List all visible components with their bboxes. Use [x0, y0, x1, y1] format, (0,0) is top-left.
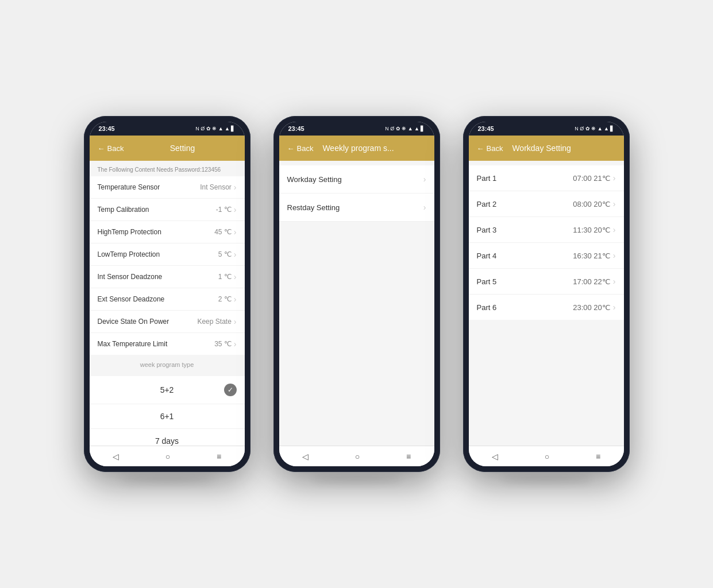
settings-label: Ext Sensor Deadzone	[98, 295, 165, 303]
settings-row[interactable]: LowTemp Protection 5 ℃ ›	[90, 243, 245, 266]
settings-label: Temperature Sensor	[98, 183, 160, 191]
part-row[interactable]: Part 6 23:00 20℃ ›	[469, 295, 624, 320]
chevron-icon: ›	[234, 317, 237, 326]
back-arrow-3: ←	[477, 144, 484, 153]
check-icon: ✓	[224, 384, 237, 396]
chevron-icon: ›	[613, 251, 616, 260]
settings-row[interactable]: Int Sensor Deadzone 1 ℃ ›	[90, 266, 245, 288]
settings-label: Int Sensor Deadzone	[98, 273, 163, 281]
week-option-label: 7 days	[110, 436, 224, 446]
chevron-icon: ›	[234, 339, 237, 349]
part-label: Part 5	[477, 277, 497, 286]
settings-section-1: Temperature Sensor Int Sensor › Temp Cal…	[90, 176, 245, 355]
time-2: 23:45	[288, 125, 305, 132]
week-option[interactable]: 5+2 ✓	[90, 376, 245, 404]
settings-value: Int Sensor ›	[200, 183, 236, 192]
settings-row[interactable]: Max Temperature Limit 35 ℃ ›	[90, 333, 245, 355]
nav-menu-2[interactable]: ≡	[406, 452, 411, 461]
phone-1: 23:45 N Ø ✿ ❋ ▲ ▲ ▋ ← Back Setting The F…	[84, 116, 250, 472]
header-title-3: Workday Setting	[512, 144, 615, 153]
settings-label: HighTemp Protection	[98, 228, 161, 236]
menu-item[interactable]: Workday Setting ›	[279, 165, 434, 194]
menu-item[interactable]: Restday Setting ›	[279, 194, 434, 222]
part-label: Part 6	[477, 303, 497, 312]
part-value: 07:00 21℃ ›	[573, 173, 615, 183]
nav-back-2[interactable]: ◁	[302, 452, 309, 461]
status-bar-1: 23:45 N Ø ✿ ❋ ▲ ▲ ▋	[90, 122, 245, 136]
chevron-icon: ›	[234, 183, 237, 192]
week-option[interactable]: 7 days	[90, 429, 245, 446]
part-label: Part 1	[477, 174, 497, 183]
chevron-icon: ›	[613, 225, 616, 234]
part-row[interactable]: Part 3 11:30 20℃ ›	[469, 217, 624, 243]
back-label-2: Back	[297, 144, 314, 153]
part-value: 16:30 21℃ ›	[573, 251, 615, 260]
status-icons-2: N Ø ✿ ❋ ▲ ▲ ▋	[385, 126, 425, 131]
part-row[interactable]: Part 5 17:00 22℃ ›	[469, 269, 624, 295]
header-2: ← Back Weekly program s...	[279, 136, 434, 161]
part-row[interactable]: Part 2 08:00 20℃ ›	[469, 191, 624, 217]
settings-value: 35 ℃ ›	[214, 339, 236, 349]
back-arrow-2: ←	[287, 144, 295, 153]
settings-notice: The Following Content Needs Password:123…	[90, 161, 245, 176]
back-button-3[interactable]: ← Back	[477, 144, 503, 153]
nav-menu-1[interactable]: ≡	[217, 452, 221, 461]
menu-list: Workday Setting › Restday Setting ›	[279, 165, 434, 222]
part-value: 08:00 20℃ ›	[573, 199, 615, 208]
time-3: 23:45	[478, 125, 494, 132]
settings-value: 2 ℃ ›	[218, 295, 237, 304]
settings-row[interactable]: Temperature Sensor Int Sensor ›	[90, 176, 245, 199]
settings-value: Keep State ›	[197, 317, 236, 326]
nav-bar-3: ◁ ○ ≡	[469, 446, 624, 466]
week-program-title: week program type	[90, 355, 245, 372]
back-arrow-1: ←	[98, 144, 105, 153]
settings-label: Device State On Power	[98, 318, 169, 326]
status-icons-1: N Ø ✿ ❋ ▲ ▲ ▋	[195, 126, 235, 131]
week-option-label: 6+1	[110, 412, 224, 421]
back-label-3: Back	[487, 144, 503, 153]
header-title-1: Setting	[128, 144, 236, 153]
content-2: Workday Setting › Restday Setting ›	[279, 161, 434, 446]
nav-bar-1: ◁ ○ ≡	[90, 446, 245, 466]
chevron-icon: ›	[613, 303, 616, 312]
back-button-2[interactable]: ← Back	[287, 144, 314, 153]
nav-home-3[interactable]: ○	[545, 452, 549, 461]
settings-row[interactable]: Device State On Power Keep State ›	[90, 311, 245, 333]
chevron-icon: ›	[613, 277, 616, 286]
settings-row[interactable]: Temp Calibration -1 ℃ ›	[90, 199, 245, 221]
chevron-icon: ›	[234, 295, 237, 304]
part-row[interactable]: Part 4 16:30 21℃ ›	[469, 243, 624, 269]
settings-row[interactable]: Ext Sensor Deadzone 2 ℃ ›	[90, 288, 245, 311]
back-button-1[interactable]: ← Back	[98, 144, 124, 153]
part-value: 11:30 20℃ ›	[573, 225, 615, 234]
part-row[interactable]: Part 1 07:00 21℃ ›	[469, 165, 624, 191]
chevron-icon: ›	[234, 205, 237, 214]
header-title-2: Weekly program s...	[322, 144, 426, 153]
header-3: ← Back Workday Setting	[469, 136, 624, 161]
settings-value: -1 ℃ ›	[216, 205, 237, 214]
menu-item-label: Workday Setting	[287, 175, 342, 184]
settings-value: 45 ℃ ›	[214, 227, 236, 237]
week-option-label: 5+2	[110, 385, 224, 394]
nav-menu-3[interactable]: ≡	[596, 452, 600, 461]
time-1: 23:45	[99, 125, 115, 132]
nav-home-1[interactable]: ○	[165, 452, 170, 461]
content-3: Part 1 07:00 21℃ › Part 2 08:00 20℃ › Pa…	[469, 161, 624, 446]
settings-label: Temp Calibration	[98, 206, 149, 214]
settings-value: 1 ℃ ›	[218, 272, 237, 281]
chevron-icon: ›	[423, 175, 426, 184]
settings-label: LowTemp Protection	[98, 250, 160, 258]
nav-back-3[interactable]: ◁	[492, 452, 498, 461]
status-icons-3: N Ø ✿ ❋ ▲ ▲ ▋	[575, 126, 614, 131]
chevron-icon: ›	[613, 199, 616, 208]
nav-bar-2: ◁ ○ ≡	[279, 446, 434, 466]
chevron-icon: ›	[234, 250, 237, 259]
back-label-1: Back	[107, 144, 124, 153]
chevron-icon: ›	[234, 272, 237, 281]
settings-row[interactable]: HighTemp Protection 45 ℃ ›	[90, 221, 245, 243]
status-bar-3: 23:45 N Ø ✿ ❋ ▲ ▲ ▋	[469, 122, 624, 136]
nav-home-2[interactable]: ○	[355, 452, 360, 461]
week-option[interactable]: 6+1	[90, 404, 245, 429]
part-label: Part 4	[477, 252, 497, 260]
nav-back-1[interactable]: ◁	[113, 452, 119, 461]
